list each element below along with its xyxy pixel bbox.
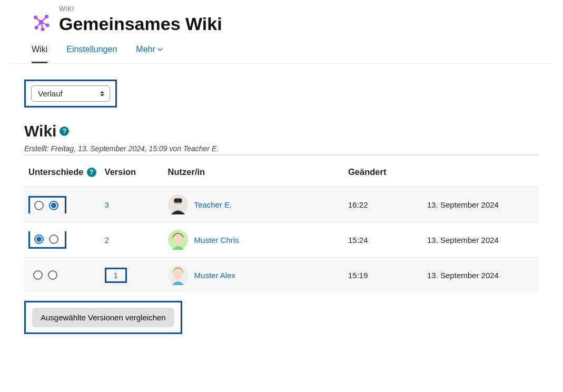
- svg-line-7: [41, 17, 47, 23]
- version-highlight: 1: [105, 268, 127, 283]
- time-cell: 15:19: [344, 258, 423, 293]
- date-cell: 13. September 2024: [423, 187, 539, 222]
- avatar: [168, 194, 188, 214]
- time-cell: 16:22: [344, 187, 423, 222]
- col-user: Nutzer/in: [164, 160, 344, 187]
- col-changed: Geändert: [344, 160, 539, 187]
- svg-line-6: [36, 17, 42, 22]
- history-table: Unterschiede ? Version Nutzer/in Geänder…: [24, 160, 539, 292]
- diff-radio-a[interactable]: [34, 201, 44, 210]
- radio-highlight-top: [28, 196, 66, 213]
- tab-settings[interactable]: Einstellungen: [66, 45, 117, 63]
- page-title: Gemeinsames Wiki: [59, 14, 222, 34]
- diff-radio-b[interactable]: [49, 234, 58, 244]
- wiki-activity-icon: [32, 13, 51, 32]
- date-cell: 13. September 2024: [423, 222, 539, 258]
- compare-versions-button[interactable]: Ausgewählte Versionen vergleichen: [32, 308, 174, 327]
- tab-bar: Wiki Einstellungen Mehr: [11, 34, 552, 64]
- breadcrumb: WIKI: [59, 5, 222, 13]
- divider: [24, 155, 539, 155]
- tab-more[interactable]: Mehr: [136, 45, 162, 63]
- help-icon[interactable]: ?: [87, 168, 96, 177]
- svg-rect-13: [174, 199, 182, 203]
- table-row: 1 Muster Alex 15:19 13. September 2024: [24, 258, 539, 293]
- svg-point-17: [173, 235, 182, 244]
- table-row: 3 Teacher E. 16:22 13. September 2024: [24, 187, 539, 222]
- version-link[interactable]: 1: [114, 271, 118, 280]
- radio-highlight-bottom: [28, 231, 66, 249]
- version-link[interactable]: 3: [105, 200, 109, 209]
- view-select-value: Verlauf: [38, 89, 63, 98]
- version-link[interactable]: 2: [105, 236, 109, 244]
- diff-radio-b[interactable]: [48, 270, 57, 280]
- created-line: Erstellt: Freitag, 13. September 2024, 1…: [24, 144, 539, 153]
- select-caret-icon: [100, 91, 104, 96]
- tab-more-label: Mehr: [136, 45, 155, 54]
- user-link[interactable]: Teacher E.: [194, 200, 232, 209]
- compare-highlight: Ausgewählte Versionen vergleichen: [24, 301, 182, 334]
- svg-point-19: [173, 270, 182, 279]
- user-link[interactable]: Muster Alex: [194, 271, 235, 280]
- help-icon[interactable]: ?: [60, 126, 69, 136]
- wiki-heading-text: Wiki: [24, 122, 56, 140]
- page-header: WIKI Gemeinsames Wiki: [11, 0, 552, 34]
- avatar: [168, 230, 188, 250]
- view-select[interactable]: Verlauf: [31, 85, 110, 102]
- svg-line-9: [36, 22, 41, 28]
- time-cell: 15:24: [344, 222, 423, 258]
- col-diffs: Unterschiede: [28, 167, 84, 177]
- table-row: 2 Muster Chris 15:24 13. September 2024: [24, 222, 539, 258]
- tab-wiki[interactable]: Wiki: [32, 45, 47, 63]
- diff-radio-b[interactable]: [49, 201, 58, 210]
- col-version: Version: [101, 160, 164, 187]
- diff-radio-a[interactable]: [33, 270, 43, 280]
- diff-radio-a[interactable]: [34, 234, 44, 244]
- user-link[interactable]: Muster Chris: [194, 236, 239, 244]
- avatar: [168, 265, 188, 285]
- view-select-highlight: Verlauf: [24, 80, 117, 107]
- chevron-down-icon: [157, 47, 163, 52]
- date-cell: 13. September 2024: [423, 258, 539, 293]
- wiki-heading: Wiki ?: [24, 122, 539, 140]
